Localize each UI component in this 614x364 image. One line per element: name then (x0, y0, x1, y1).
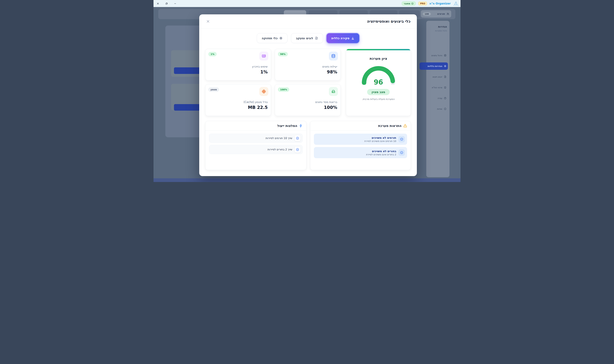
stat-card-data-efficiency: 98% יעילות נתונים 98% (275, 49, 341, 80)
gear-icon (279, 37, 282, 40)
check-circle-icon (294, 147, 301, 153)
alert-title: בחורים לא משויכים (366, 150, 396, 153)
recommendation-label: שייך 10 תורמים לסיירות (265, 137, 292, 140)
stat-card-database-health: 100% בריאות מסד נתונים 100% (275, 84, 341, 116)
tab-maintenance[interactable]: כלי תחזוקה (257, 33, 288, 43)
restore-window-icon[interactable] (165, 2, 168, 5)
tab-overview[interactable]: סקירה כללית (326, 33, 359, 43)
app-window: ת"ת ORGANIZER Organizer ת"ת PRO מחובר תו… (154, 0, 460, 182)
tab-label: לוגים ומעקב (296, 37, 313, 40)
people-icon (447, 13, 449, 15)
tab-contributors[interactable]: תורמים 100 (421, 10, 451, 18)
gear-icon (444, 65, 447, 67)
score-value: 96 (361, 78, 396, 86)
alert-item-unassigned-members[interactable]: בחורים לא משויכים 2 בחורים אינם משויכים … (314, 147, 407, 158)
database-icon (329, 52, 338, 61)
stat-card-memory-usage: 1% שימוש בזיכרון 1% (205, 49, 271, 80)
window-controls (154, 2, 177, 5)
sidebar-item-general-settings[interactable]: הגדרות כלליות (419, 62, 448, 70)
alert-description: 2 בחורים אינם משויכים לסיירת (366, 153, 396, 156)
stat-value: 100% (324, 105, 337, 110)
recommendations-header: המלצות ייעול (206, 121, 306, 130)
stat-badge: מטמון (208, 87, 219, 92)
stat-value: MB 22.5 (248, 105, 268, 110)
close-window-icon[interactable] (156, 2, 159, 5)
sidebar-item-data-management[interactable]: ניהול נתונים (428, 52, 448, 59)
stat-value: 1% (260, 69, 268, 74)
connected-label: מחובר (404, 2, 410, 5)
tab-label: סקירה כללית (331, 37, 349, 40)
titlebar: ת"ת ORGANIZER Organizer ת"ת PRO מחובר (154, 0, 460, 7)
tab-logs[interactable]: לוגים ומעקב (291, 33, 323, 43)
lightning-icon (299, 124, 303, 128)
alerts-title: התראות מערכת (378, 124, 402, 128)
memory-icon (259, 52, 268, 61)
alerts-list: תורמים לא משויכים 10 תורמים אינם משויכים… (310, 130, 411, 161)
logo-subtext: ORGANIZER (453, 5, 459, 6)
info-circle-icon (444, 107, 447, 110)
modal-tabs: סקירה כללית לוגים ומעקב כלי תחזוקה (199, 33, 417, 43)
warning-triangle-icon (403, 124, 407, 128)
performance-tools-modal: כלי ביצועים ואופטימיזציה סקירה כללית לוג… (199, 14, 417, 176)
sidebar-item-label: עזרה (437, 97, 442, 99)
stat-badge: 98% (278, 52, 288, 56)
modal-header: כלי ביצועים ואופטימיזציה (199, 14, 417, 28)
recommendation-label: שייך 2 בחורים לסיירות (267, 148, 292, 151)
app-logo: ת"ת ORGANIZER (453, 1, 459, 6)
recommendation-item[interactable]: שייך 10 תורמים לסיירות (209, 134, 303, 143)
info-circle-icon (398, 149, 405, 156)
stats-area: ציון מערכת 96 מצב מצוין המערכת פועלת ביע… (199, 49, 417, 116)
score-accent-strip (346, 49, 411, 50)
sidebar-item-label: הגדרות כלליות (428, 65, 442, 67)
minimize-window-icon[interactable] (174, 2, 177, 5)
alerts-header: התראות מערכת (310, 121, 411, 130)
logo-text: ת"ת (454, 3, 458, 5)
document-icon (315, 37, 318, 40)
hard-drive-icon (329, 87, 338, 96)
background-left-panel (165, 26, 204, 137)
stat-label: יעילות נתונים (322, 65, 337, 68)
recommendation-item[interactable]: שייך 2 בחורים לסיירות (209, 145, 303, 154)
score-title: ציון מערכת (346, 57, 411, 61)
settings-sidebar: הגדרות ניהול המערכת ניהול נתונים הגדרות … (426, 21, 449, 177)
stat-badge: 100% (278, 87, 289, 92)
score-gauge: 96 (361, 66, 396, 85)
sidebar-title: הגדרות (438, 25, 447, 28)
bar-chart-icon (351, 37, 354, 40)
system-score-card: ציון מערכת 96 מצב מצוין המערכת פועלת ביע… (346, 49, 411, 116)
file-transfer-icon (444, 75, 447, 78)
sidebar-item-import-export[interactable]: ייבוא וייצוא (428, 73, 448, 80)
titlebar-right: ת"ת ORGANIZER Organizer ת"ת PRO מחובר (402, 1, 460, 6)
stats-grid: 98% יעילות נתונים 98% 1% שימוש בזיכרון 1… (205, 49, 341, 116)
sidebar-item-about[interactable]: אודות (428, 105, 448, 113)
database-icon (444, 54, 447, 57)
alert-title: תורמים לא משויכים (364, 136, 396, 139)
cpu-icon (259, 87, 268, 96)
sidebar-item-org-details[interactable]: פרטי הת"ת (428, 84, 448, 91)
sidebar-item-label: ניהול נתונים (432, 54, 442, 57)
close-icon[interactable] (206, 19, 210, 24)
bottom-panels: התראות מערכת תורמים לא משויכים 10 תורמים… (199, 121, 417, 170)
app-title: Organizer ת"ת (430, 2, 451, 5)
alert-item-unassigned-contributors[interactable]: תורמים לא משויכים 10 תורמים אינם משויכים… (314, 134, 407, 145)
pro-badge: PRO (418, 2, 427, 5)
tab-label: כלי תחזוקה (262, 37, 278, 40)
info-circle-icon (398, 136, 405, 143)
stat-label: שימוש בזיכרון (252, 65, 268, 68)
check-circle-icon (294, 135, 301, 141)
recommendations-title: המלצות ייעול (277, 124, 297, 128)
system-alerts-panel: התראות מערכת תורמים לא משויכים 10 תורמים… (310, 121, 411, 170)
stat-card-cache-size: מטמון גודל מטמון (Cache) MB 22.5 (205, 84, 271, 116)
sidebar-item-label: אודות (437, 108, 442, 110)
score-caption: המערכת פועלת ביעילות מרבית. (346, 98, 411, 101)
sidebar-subtitle: ניהול המערכת (435, 30, 447, 32)
background-bottom-bar (154, 178, 460, 182)
optimization-recommendations-panel: המלצות ייעול שייך 10 תורמים לסיירות שייך… (205, 121, 306, 170)
stat-label: גודל מטמון (Cache) (244, 100, 268, 104)
alert-description: 10 תורמים אינם משויכים לסיירת (364, 140, 396, 143)
modal-title: כלי ביצועים ואופטימיזציה (367, 19, 410, 24)
sidebar-item-help[interactable]: עזרה (428, 94, 448, 102)
stat-value: 98% (327, 69, 337, 74)
building-icon (444, 86, 447, 89)
contributors-tab-label: תורמים (437, 13, 445, 15)
